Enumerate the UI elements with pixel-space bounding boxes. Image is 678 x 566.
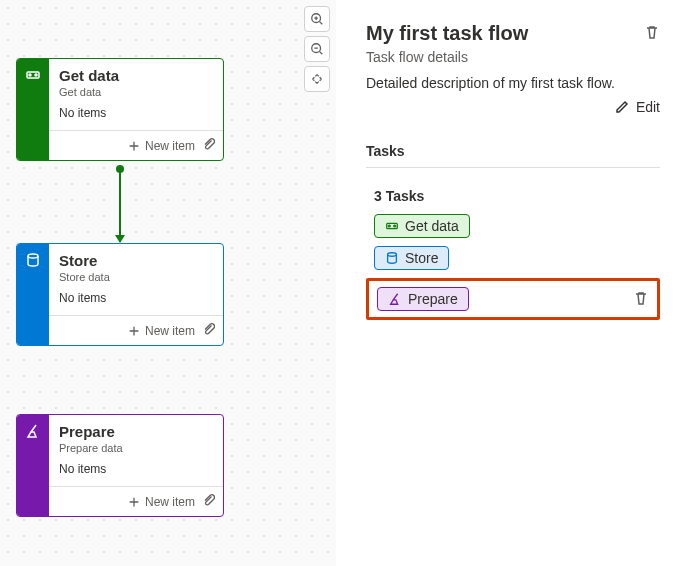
tape-icon bbox=[385, 219, 399, 233]
attach-icon[interactable] bbox=[201, 322, 215, 339]
database-icon bbox=[385, 251, 399, 265]
database-icon bbox=[17, 244, 49, 345]
node-noitems: No items bbox=[49, 102, 223, 130]
tasks-count: 3 Tasks bbox=[366, 188, 660, 204]
node-noitems: No items bbox=[49, 287, 223, 315]
tape-icon bbox=[17, 59, 49, 160]
node-title: Prepare bbox=[49, 415, 223, 440]
node-title: Store bbox=[49, 244, 223, 269]
task-row-selected: Prepare bbox=[366, 278, 660, 320]
connector bbox=[119, 168, 121, 242]
task-chip-label: Get data bbox=[405, 218, 459, 234]
details-panel: My first task flow Task flow details Det… bbox=[336, 0, 678, 566]
node-subtitle: Prepare data bbox=[49, 440, 223, 458]
fit-button[interactable] bbox=[304, 66, 330, 92]
new-item-button[interactable]: New item bbox=[127, 495, 195, 509]
task-chip-get-data[interactable]: Get data bbox=[374, 214, 470, 238]
edit-button[interactable]: Edit bbox=[366, 99, 660, 115]
zoom-controls bbox=[304, 6, 330, 92]
panel-title: My first task flow bbox=[366, 22, 528, 45]
node-get-data[interactable]: Get data Get data No items New item bbox=[16, 58, 224, 161]
broom-icon bbox=[388, 292, 402, 306]
new-item-label: New item bbox=[145, 324, 195, 338]
panel-subtitle: Task flow details bbox=[366, 49, 660, 65]
delete-flow-button[interactable] bbox=[644, 24, 660, 43]
node-store[interactable]: Store Store data No items New item bbox=[16, 243, 224, 346]
pencil-icon bbox=[614, 99, 630, 115]
task-chip-store[interactable]: Store bbox=[374, 246, 449, 270]
zoom-in-button[interactable] bbox=[304, 6, 330, 32]
node-prepare[interactable]: Prepare Prepare data No items New item bbox=[16, 414, 224, 517]
tasks-section-title: Tasks bbox=[366, 143, 660, 168]
edit-label: Edit bbox=[636, 99, 660, 115]
new-item-label: New item bbox=[145, 139, 195, 153]
new-item-label: New item bbox=[145, 495, 195, 509]
node-subtitle: Get data bbox=[49, 84, 223, 102]
canvas[interactable]: Get data Get data No items New item Stor… bbox=[0, 0, 336, 566]
node-title: Get data bbox=[49, 59, 223, 84]
node-subtitle: Store data bbox=[49, 269, 223, 287]
task-chip-prepare[interactable]: Prepare bbox=[377, 287, 469, 311]
node-noitems: No items bbox=[49, 458, 223, 486]
new-item-button[interactable]: New item bbox=[127, 324, 195, 338]
task-chip-label: Prepare bbox=[408, 291, 458, 307]
broom-icon bbox=[17, 415, 49, 516]
task-chip-label: Store bbox=[405, 250, 438, 266]
panel-description: Detailed description of my first task fl… bbox=[366, 75, 660, 91]
zoom-out-button[interactable] bbox=[304, 36, 330, 62]
attach-icon[interactable] bbox=[201, 493, 215, 510]
delete-task-button[interactable] bbox=[633, 290, 649, 309]
new-item-button[interactable]: New item bbox=[127, 139, 195, 153]
attach-icon[interactable] bbox=[201, 137, 215, 154]
